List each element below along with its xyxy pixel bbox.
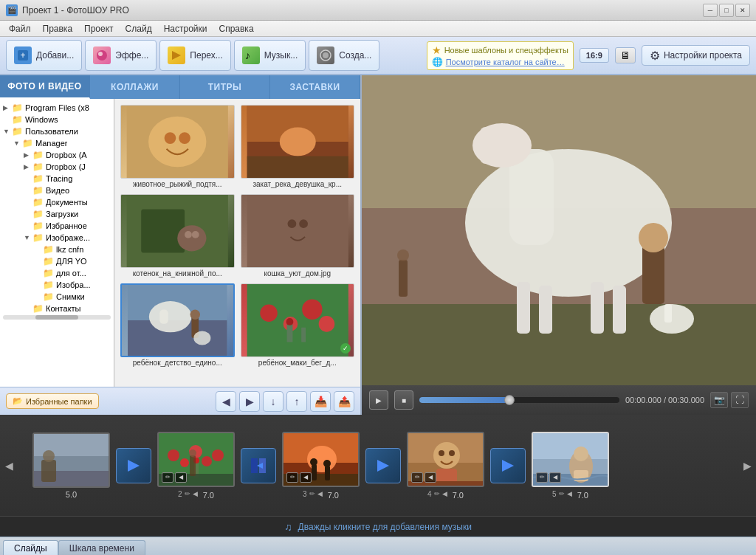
svg-rect-46 [480,127,495,164]
slide-item-3[interactable]: ✏ ◀ 3 ✏ ◀ 7.0 [282,432,360,500]
add-icon: + [14,46,32,64]
menu-slide[interactable]: Слайд [120,22,158,35]
photo-item-selected[interactable]: ребёнок_детство_едино... [120,283,235,367]
fullscreen-button[interactable]: ⛶ [731,392,749,408]
svg-point-10 [165,132,176,144]
close-button[interactable]: ✕ [735,4,750,17]
slide-item-4[interactable]: ✏ ◀ 4 ✏ ◀ 7.0 [407,432,484,500]
tree-item[interactable]: ▼ 📁 Изображе... [0,232,114,244]
tree-item[interactable]: 📁 lkz cnfn [0,244,114,255]
tree-item[interactable]: 📁 Снимки [0,291,114,303]
tree-item[interactable]: 📁 Документы [0,196,114,208]
transition-2[interactable] [241,448,276,483]
tab-screensavers[interactable]: ЗАСТАВКИ [270,75,360,99]
slide-audio-4[interactable]: ◀ [425,472,436,483]
aspect-ratio-button[interactable]: 16:9 [580,48,609,63]
svg-point-24 [299,219,308,228]
svg-point-67 [180,458,189,467]
transition-4[interactable] [490,448,526,483]
music-button[interactable]: ♪ Музык... [234,40,306,71]
check-badge: ✓ [340,343,351,354]
tab-titles[interactable]: ТИТРЫ [180,75,270,99]
slide-edit-4[interactable]: ✏ [411,472,423,483]
tree-item[interactable]: ▶ 📁 Dropbox (J [0,161,114,173]
camera-button[interactable]: 📷 [710,392,728,408]
svg-point-90 [449,450,455,456]
slide-item-2[interactable]: ✏ ◀ 2 ✏ ◀ 7.0 [157,432,235,500]
monitor-button[interactable]: 🖥 [615,47,636,63]
minimize-button[interactable]: ─ [703,4,718,17]
slide-audio-5[interactable]: ◀ [549,472,561,483]
tree-item[interactable]: ▼ 📁 Manager [0,137,114,149]
tree-item[interactable]: ▶ 📁 Program Files (x8 [0,102,114,114]
project-settings-button[interactable]: ⚙ Настройки проекта [642,45,750,66]
effects-button[interactable]: Эффе... [85,40,157,71]
tree-item[interactable]: 📁 Изобра... [0,279,114,291]
slide-audio-2[interactable]: ◀ [175,472,187,483]
slide-item-5[interactable]: ✏ ◀ 5 ✏ ◀ 7.0 [532,432,609,500]
menu-help[interactable]: Справка [213,22,259,35]
svg-rect-50 [613,286,626,334]
favorites-button[interactable]: 📂 Избранные папки [6,393,99,409]
svg-point-31 [193,331,210,345]
play-button[interactable]: ▶ [369,390,388,410]
bottom-tab-slides[interactable]: Слайды [3,540,58,555]
slide-thumb-1 [32,432,110,488]
progress-bar[interactable] [419,397,619,403]
timeline-nav-left[interactable]: ◀ [1,415,16,516]
tree-item[interactable]: 📁 для от... [0,267,114,279]
menu-file[interactable]: Файл [3,22,37,35]
progress-fill [419,397,509,403]
menu-edit[interactable]: Правка [37,22,79,35]
photo-grid: животное_рыжий_подтя... закат_река_девуш… [114,99,360,387]
tree-item[interactable]: 📁 ДЛЯ YO [0,255,114,267]
tree-item[interactable]: 📁 Windows [0,114,114,125]
photo-item[interactable]: закат_река_девушка_кр... [241,105,355,188]
tree-item-tracing[interactable]: 📁 Tracing [0,173,114,185]
photo-item[interactable]: котенок_на_книжной_по... [120,194,235,278]
stop-button[interactable]: ■ [394,390,413,410]
create-button[interactable]: Созда... [309,40,379,71]
bottom-tab-timeline[interactable]: Шкала времени [58,540,145,555]
add-button[interactable]: + Добави... [6,40,82,71]
scroll-down-button[interactable]: ↓ [263,391,284,412]
slide-item-1[interactable]: 5.0 [32,432,110,499]
menu-settings[interactable]: Настройки [158,22,213,35]
transition-1[interactable] [116,448,151,483]
svg-point-35 [302,300,322,320]
transition-3[interactable] [365,448,401,483]
tree-item[interactable]: ▼ 📁 Пользователи [0,125,114,137]
photo-item[interactable]: животное_рыжий_подтя... [120,105,235,188]
svg-text:♪: ♪ [245,49,250,61]
tree-item[interactable]: 📁 Контакты [0,303,114,314]
svg-rect-53 [642,245,664,304]
tree-item[interactable]: 📁 Избранное [0,220,114,232]
timeline-nav-right[interactable]: ▶ [740,415,755,516]
menu-project[interactable]: Проект [78,22,120,35]
svg-point-54 [639,223,668,252]
tab-photos[interactable]: ФОТО И ВИДЕО [0,75,90,99]
tree-scrollbar[interactable] [0,314,114,320]
photo-item[interactable]: кошка_уют_дом.jpg [241,194,355,278]
slide-edit-3[interactable]: ✏ [286,472,298,483]
nav-next-button[interactable]: ▶ [239,391,260,412]
folder-button[interactable]: 📤 [334,391,354,412]
slide-audio-3[interactable]: ◀ [300,472,312,483]
tree-item[interactable]: ▶ 📁 Dropbox (A [0,149,114,161]
slide-edit-5[interactable]: ✏ [536,472,548,483]
tree-item[interactable]: 📁 Загрузки [0,208,114,220]
add-folder-button[interactable]: 📥 [310,391,331,412]
scene-content [362,75,756,385]
transitions-button[interactable]: Перех... [159,40,230,71]
scroll-up-button[interactable]: ↑ [286,391,307,412]
notification-line2[interactable]: 🌐 Посмотрите каталог на сайте… [432,57,568,67]
tab-collages[interactable]: КОЛЛАЖИ [90,75,180,99]
svg-marker-85 [377,460,389,472]
music-bar[interactable]: ♫ Дважды кликните для добавления музыки [0,516,756,537]
maximize-button[interactable]: □ [719,4,734,17]
menu-bar: Файл Правка Проект Слайд Настройки Справ… [0,21,756,37]
tree-item[interactable]: 📁 Видео [0,185,114,196]
slide-edit-2[interactable]: ✏ [162,472,173,483]
photo-item[interactable]: ✓ ребёнок_маки_бег_д... [241,283,355,367]
nav-prev-button[interactable]: ◀ [216,391,236,412]
